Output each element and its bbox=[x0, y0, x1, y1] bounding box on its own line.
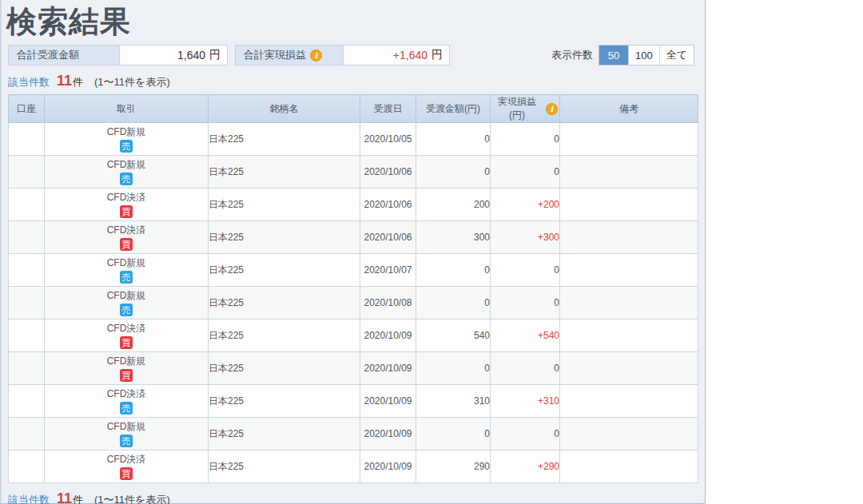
table-row: CFD新規売日本2252020/10/0800 bbox=[9, 287, 698, 319]
note-cell bbox=[560, 156, 698, 189]
trade-type-label: CFD決済 bbox=[45, 192, 208, 203]
result-count-label: 該当件数 bbox=[8, 493, 50, 504]
page-title: 検索結果 bbox=[6, 3, 705, 40]
table-row: CFD新規売日本2252020/10/0500 bbox=[9, 123, 698, 156]
sell-badge: 売 bbox=[120, 173, 133, 185]
display-count-option-100[interactable]: 100 bbox=[628, 46, 659, 65]
account-cell bbox=[9, 287, 45, 319]
total-settlement-unit: 円 bbox=[209, 48, 221, 62]
trade-cell: CFD新規売 bbox=[45, 123, 209, 156]
table-row: CFD新規売日本2252020/10/0600 bbox=[9, 156, 698, 189]
settle-date-cell: 2020/10/06 bbox=[360, 221, 416, 254]
settle-date-cell: 2020/10/09 bbox=[360, 352, 416, 385]
result-count-bottom: 該当件数 11 件 (1〜11件を表示) bbox=[8, 490, 705, 504]
amount-cell: 0 bbox=[416, 123, 491, 156]
buy-badge: 買 bbox=[120, 369, 133, 382]
trade-type-label: CFD新規 bbox=[45, 290, 208, 301]
info-icon[interactable] bbox=[546, 103, 558, 115]
realized-pl-cell: 0 bbox=[491, 254, 560, 287]
header-note: 備考 bbox=[560, 95, 698, 123]
result-count-number: 11 bbox=[57, 73, 72, 89]
table-header-row: 口座 取引 銘柄名 受渡日 受渡金額(円) 実現損益(円) 備考 bbox=[9, 95, 698, 123]
result-count-unit: 件 bbox=[73, 493, 83, 504]
note-cell bbox=[560, 254, 698, 287]
results-table: 口座 取引 銘柄名 受渡日 受渡金額(円) 実現損益(円) 備考 CFD新規売日… bbox=[8, 94, 698, 483]
note-cell bbox=[560, 123, 698, 156]
note-cell bbox=[560, 221, 698, 254]
instrument-cell: 日本225 bbox=[209, 221, 360, 254]
realized-pl-cell: +300 bbox=[491, 221, 560, 254]
table-row: CFD新規売日本2252020/10/0700 bbox=[9, 254, 698, 287]
trade-cell: CFD新規売 bbox=[45, 254, 209, 287]
buy-badge: 買 bbox=[120, 467, 133, 480]
sell-badge: 売 bbox=[120, 402, 133, 415]
table-row: CFD決済買日本2252020/10/06200+200 bbox=[9, 189, 698, 221]
amount-cell: 0 bbox=[416, 156, 491, 189]
amount-cell: 0 bbox=[416, 254, 491, 287]
trade-cell: CFD新規売 bbox=[45, 156, 209, 189]
instrument-cell: 日本225 bbox=[209, 319, 360, 352]
settle-date-cell: 2020/10/06 bbox=[360, 156, 416, 189]
instrument-cell: 日本225 bbox=[209, 352, 360, 385]
instrument-cell: 日本225 bbox=[209, 254, 360, 287]
display-count-option-all[interactable]: 全て bbox=[659, 46, 694, 65]
total-realized-pl-label: 合計実現損益 bbox=[236, 46, 344, 65]
instrument-cell: 日本225 bbox=[209, 123, 360, 156]
settle-date-cell: 2020/10/09 bbox=[360, 418, 416, 450]
realized-pl-cell: 0 bbox=[491, 123, 560, 156]
buy-badge: 買 bbox=[120, 238, 133, 251]
table-row: CFD決済買日本2252020/10/09290+290 bbox=[9, 450, 698, 483]
buy-badge: 買 bbox=[120, 205, 133, 218]
result-count-number: 11 bbox=[57, 490, 72, 504]
trade-cell: CFD決済買 bbox=[45, 221, 209, 254]
note-cell bbox=[560, 418, 698, 450]
note-cell bbox=[560, 287, 698, 319]
amount-cell: 290 bbox=[416, 450, 491, 483]
amount-cell: 0 bbox=[416, 287, 491, 319]
total-settlement-amount: 1,640 bbox=[177, 49, 205, 62]
total-settlement-box: 合計受渡金額 1,640 円 bbox=[8, 45, 228, 65]
account-cell bbox=[9, 123, 45, 156]
settle-date-cell: 2020/10/05 bbox=[360, 123, 416, 156]
account-cell bbox=[9, 254, 45, 287]
display-count-control: 表示件数 50 100 全て bbox=[551, 45, 694, 65]
instrument-cell: 日本225 bbox=[209, 156, 360, 189]
header-instrument: 銘柄名 bbox=[209, 95, 360, 123]
account-cell bbox=[9, 450, 45, 483]
account-cell bbox=[9, 418, 45, 450]
settle-date-cell: 2020/10/07 bbox=[360, 254, 416, 287]
note-cell bbox=[560, 450, 698, 483]
trade-type-label: CFD決済 bbox=[45, 224, 208, 236]
account-cell bbox=[9, 319, 45, 352]
note-cell bbox=[560, 352, 698, 385]
info-icon[interactable] bbox=[310, 50, 322, 62]
table-row: CFD決済買日本2252020/10/06300+300 bbox=[9, 221, 698, 254]
result-count-range: (1〜11件を表示) bbox=[94, 75, 170, 89]
buy-badge: 買 bbox=[120, 336, 133, 349]
trade-type-label: CFD新規 bbox=[45, 257, 208, 268]
total-settlement-value: 1,640 円 bbox=[120, 46, 227, 65]
amount-cell: 300 bbox=[416, 221, 491, 254]
trade-type-label: CFD新規 bbox=[45, 355, 208, 367]
account-cell bbox=[9, 385, 45, 418]
trade-type-label: CFD新規 bbox=[45, 126, 208, 137]
table-row: CFD決済買日本2252020/10/09540+540 bbox=[9, 319, 698, 352]
total-realized-pl-box: 合計実現損益 +1,640 円 bbox=[235, 45, 450, 65]
display-count-option-50[interactable]: 50 bbox=[599, 46, 628, 65]
trade-cell: CFD新規売 bbox=[45, 418, 209, 450]
table-row: CFD新規買日本2252020/10/0900 bbox=[9, 352, 698, 385]
realized-pl-cell: +540 bbox=[491, 319, 560, 352]
table-row: CFD決済売日本2252020/10/09310+310 bbox=[9, 385, 698, 418]
settle-date-cell: 2020/10/06 bbox=[360, 189, 416, 221]
realized-pl-cell: 0 bbox=[491, 287, 560, 319]
amount-cell: 540 bbox=[416, 319, 491, 352]
settle-date-cell: 2020/10/09 bbox=[360, 319, 416, 352]
display-count-button-group: 50 100 全て bbox=[599, 45, 694, 65]
header-trade: 取引 bbox=[45, 95, 209, 123]
summary-row: 合計受渡金額 1,640 円 合計実現損益 +1,640 円 表示件数 50 1… bbox=[8, 45, 705, 65]
settle-date-cell: 2020/10/09 bbox=[360, 385, 416, 418]
realized-pl-cell: +290 bbox=[491, 450, 560, 483]
results-table-body: CFD新規売日本2252020/10/0500CFD新規売日本2252020/1… bbox=[9, 123, 698, 483]
amount-cell: 0 bbox=[416, 352, 491, 385]
trade-type-label: CFD新規 bbox=[45, 159, 208, 170]
